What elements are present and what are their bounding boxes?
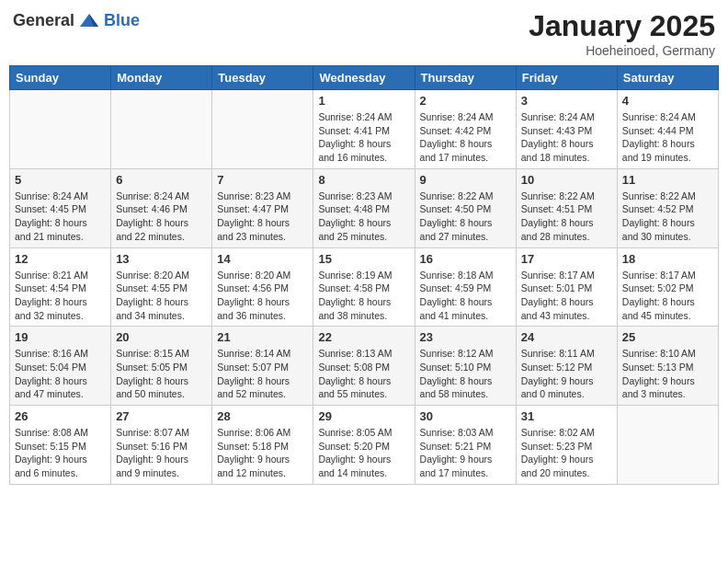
day-number: 15 <box>318 252 409 266</box>
logo: General Blue <box>13 9 140 31</box>
day-number: 20 <box>116 330 207 344</box>
calendar-cell <box>111 90 212 169</box>
day-info: Sunrise: 8:17 AM Sunset: 5:01 PM Dayligh… <box>521 269 612 323</box>
calendar-cell <box>10 90 111 169</box>
calendar-cell: 9Sunrise: 8:22 AM Sunset: 4:50 PM Daylig… <box>415 168 516 247</box>
day-info: Sunrise: 8:22 AM Sunset: 4:51 PM Dayligh… <box>521 190 612 244</box>
logo-icon <box>78 9 100 31</box>
day-number: 29 <box>318 409 409 423</box>
calendar-cell: 8Sunrise: 8:23 AM Sunset: 4:48 PM Daylig… <box>313 168 415 247</box>
calendar-cell: 20Sunrise: 8:15 AM Sunset: 5:05 PM Dayli… <box>111 327 212 406</box>
calendar-cell: 31Sunrise: 8:02 AM Sunset: 5:23 PM Dayli… <box>516 406 617 485</box>
day-number: 16 <box>420 252 511 266</box>
logo-blue: Blue <box>104 11 140 30</box>
calendar-cell: 6Sunrise: 8:24 AM Sunset: 4:46 PM Daylig… <box>111 168 212 247</box>
day-number: 7 <box>217 173 308 187</box>
day-info: Sunrise: 8:24 AM Sunset: 4:41 PM Dayligh… <box>318 110 409 165</box>
weekday-header-monday: Monday <box>111 66 212 90</box>
weekday-header-wednesday: Wednesday <box>313 66 415 90</box>
calendar-cell: 25Sunrise: 8:10 AM Sunset: 5:13 PM Dayli… <box>617 327 718 406</box>
day-number: 6 <box>116 173 207 187</box>
day-number: 21 <box>217 330 308 344</box>
day-info: Sunrise: 8:23 AM Sunset: 4:47 PM Dayligh… <box>217 190 308 244</box>
day-number: 25 <box>622 330 713 344</box>
day-info: Sunrise: 8:19 AM Sunset: 4:58 PM Dayligh… <box>318 269 409 323</box>
weekday-header-thursday: Thursday <box>415 66 516 90</box>
weekday-header-tuesday: Tuesday <box>212 66 313 90</box>
calendar-cell: 17Sunrise: 8:17 AM Sunset: 5:01 PM Dayli… <box>516 247 617 327</box>
calendar-week-row: 26Sunrise: 8:08 AM Sunset: 5:15 PM Dayli… <box>10 406 719 485</box>
day-number: 28 <box>217 409 308 423</box>
day-number: 19 <box>15 330 106 344</box>
day-number: 5 <box>15 173 106 187</box>
calendar-week-row: 19Sunrise: 8:16 AM Sunset: 5:04 PM Dayli… <box>10 327 719 406</box>
calendar-cell <box>212 90 313 169</box>
calendar-cell: 14Sunrise: 8:20 AM Sunset: 4:56 PM Dayli… <box>212 247 313 327</box>
day-info: Sunrise: 8:15 AM Sunset: 5:05 PM Dayligh… <box>116 347 207 401</box>
calendar-week-row: 12Sunrise: 8:21 AM Sunset: 4:54 PM Dayli… <box>10 247 719 327</box>
calendar-cell: 3Sunrise: 8:24 AM Sunset: 4:43 PM Daylig… <box>516 90 617 169</box>
calendar-week-row: 1Sunrise: 8:24 AM Sunset: 4:41 PM Daylig… <box>10 90 719 169</box>
day-info: Sunrise: 8:17 AM Sunset: 5:02 PM Dayligh… <box>622 269 713 323</box>
logo-general: General <box>13 11 74 30</box>
day-number: 3 <box>521 94 612 108</box>
day-info: Sunrise: 8:24 AM Sunset: 4:44 PM Dayligh… <box>622 110 713 165</box>
calendar-cell: 19Sunrise: 8:16 AM Sunset: 5:04 PM Dayli… <box>10 327 111 406</box>
day-info: Sunrise: 8:14 AM Sunset: 5:07 PM Dayligh… <box>217 347 308 401</box>
day-info: Sunrise: 8:24 AM Sunset: 4:43 PM Dayligh… <box>521 110 612 165</box>
calendar-cell: 29Sunrise: 8:05 AM Sunset: 5:20 PM Dayli… <box>313 406 415 485</box>
title-block: January 2025 Hoeheinoed, Germany <box>529 9 715 58</box>
calendar-cell: 7Sunrise: 8:23 AM Sunset: 4:47 PM Daylig… <box>212 168 313 247</box>
calendar-cell <box>617 406 718 485</box>
day-number: 10 <box>521 173 612 187</box>
day-number: 2 <box>420 94 511 108</box>
calendar-table: SundayMondayTuesdayWednesdayThursdayFrid… <box>9 65 719 485</box>
day-number: 12 <box>15 252 106 266</box>
calendar-cell: 10Sunrise: 8:22 AM Sunset: 4:51 PM Dayli… <box>516 168 617 247</box>
day-info: Sunrise: 8:02 AM Sunset: 5:23 PM Dayligh… <box>521 426 612 480</box>
day-info: Sunrise: 8:22 AM Sunset: 4:52 PM Dayligh… <box>622 190 713 244</box>
day-info: Sunrise: 8:24 AM Sunset: 4:46 PM Dayligh… <box>116 190 207 244</box>
day-info: Sunrise: 8:13 AM Sunset: 5:08 PM Dayligh… <box>318 347 409 401</box>
page-header: General Blue January 2025 Hoeheinoed, Ge… <box>9 9 719 58</box>
weekday-header-saturday: Saturday <box>617 66 718 90</box>
calendar-week-row: 5Sunrise: 8:24 AM Sunset: 4:45 PM Daylig… <box>10 168 719 247</box>
day-info: Sunrise: 8:20 AM Sunset: 4:55 PM Dayligh… <box>116 269 207 323</box>
calendar-cell: 4Sunrise: 8:24 AM Sunset: 4:44 PM Daylig… <box>617 90 718 169</box>
month-year-title: January 2025 <box>529 9 715 43</box>
day-number: 22 <box>318 330 409 344</box>
day-number: 26 <box>15 409 106 423</box>
day-info: Sunrise: 8:07 AM Sunset: 5:16 PM Dayligh… <box>116 426 207 480</box>
day-info: Sunrise: 8:11 AM Sunset: 5:12 PM Dayligh… <box>521 347 612 401</box>
day-info: Sunrise: 8:05 AM Sunset: 5:20 PM Dayligh… <box>318 426 409 480</box>
day-number: 18 <box>622 252 713 266</box>
day-number: 17 <box>521 252 612 266</box>
calendar-cell: 5Sunrise: 8:24 AM Sunset: 4:45 PM Daylig… <box>10 168 111 247</box>
day-info: Sunrise: 8:03 AM Sunset: 5:21 PM Dayligh… <box>420 426 511 480</box>
weekday-header-row: SundayMondayTuesdayWednesdayThursdayFrid… <box>10 66 719 90</box>
calendar-cell: 12Sunrise: 8:21 AM Sunset: 4:54 PM Dayli… <box>10 247 111 327</box>
weekday-header-friday: Friday <box>516 66 617 90</box>
day-number: 9 <box>420 173 511 187</box>
day-number: 27 <box>116 409 207 423</box>
day-number: 23 <box>420 330 511 344</box>
calendar-cell: 13Sunrise: 8:20 AM Sunset: 4:55 PM Dayli… <box>111 247 212 327</box>
calendar-cell: 16Sunrise: 8:18 AM Sunset: 4:59 PM Dayli… <box>415 247 516 327</box>
calendar-cell: 11Sunrise: 8:22 AM Sunset: 4:52 PM Dayli… <box>617 168 718 247</box>
day-number: 24 <box>521 330 612 344</box>
weekday-header-sunday: Sunday <box>10 66 111 90</box>
calendar-cell: 2Sunrise: 8:24 AM Sunset: 4:42 PM Daylig… <box>415 90 516 169</box>
calendar-cell: 15Sunrise: 8:19 AM Sunset: 4:58 PM Dayli… <box>313 247 415 327</box>
day-info: Sunrise: 8:23 AM Sunset: 4:48 PM Dayligh… <box>318 190 409 244</box>
day-info: Sunrise: 8:20 AM Sunset: 4:56 PM Dayligh… <box>217 269 308 323</box>
day-number: 4 <box>622 94 713 108</box>
day-number: 11 <box>622 173 713 187</box>
calendar-cell: 22Sunrise: 8:13 AM Sunset: 5:08 PM Dayli… <box>313 327 415 406</box>
day-number: 14 <box>217 252 308 266</box>
day-info: Sunrise: 8:08 AM Sunset: 5:15 PM Dayligh… <box>15 426 106 480</box>
day-number: 1 <box>318 94 409 108</box>
day-number: 13 <box>116 252 207 266</box>
location-subtitle: Hoeheinoed, Germany <box>529 43 715 58</box>
calendar-cell: 30Sunrise: 8:03 AM Sunset: 5:21 PM Dayli… <box>415 406 516 485</box>
day-info: Sunrise: 8:22 AM Sunset: 4:50 PM Dayligh… <box>420 190 511 244</box>
